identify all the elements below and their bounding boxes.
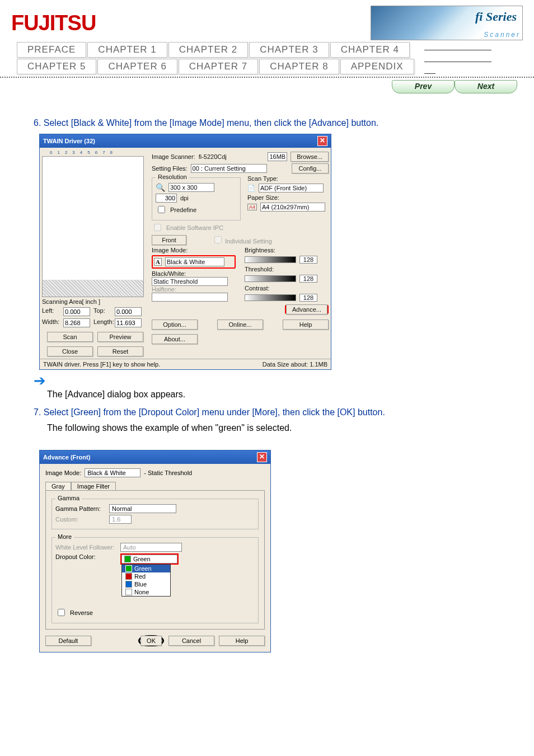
- help-button[interactable]: Help: [283, 320, 329, 330]
- image-scanner-value: fi-5220Cdj: [199, 153, 227, 160]
- ok-button[interactable]: OK: [140, 636, 162, 646]
- enable-ipc-label: Enable Software IPC: [166, 224, 223, 231]
- preview-button[interactable]: Preview: [97, 332, 143, 342]
- banner-subtitle: Scanner: [484, 31, 521, 39]
- option-button[interactable]: Option...: [152, 320, 198, 330]
- image-scanner-label: Image Scanner:: [152, 153, 195, 160]
- nav-chapter4[interactable]: CHAPTER 4: [330, 42, 410, 58]
- dpi-input[interactable]: [156, 194, 177, 203]
- advance-title: Advance (Front): [43, 454, 90, 461]
- gamma-group-title: Gamma: [55, 495, 82, 501]
- contrast-label: Contrast:: [245, 285, 270, 292]
- preview-area: [42, 156, 144, 297]
- brand-banner: fi Series Scanner: [371, 6, 523, 40]
- nav-chapter3[interactable]: CHAPTER 3: [249, 42, 329, 58]
- scan-button[interactable]: Scan: [47, 332, 93, 342]
- nav-appendix[interactable]: APPENDIX: [340, 59, 414, 74]
- individual-label: Individual Setting: [225, 238, 272, 245]
- dd-option-blue[interactable]: Blue: [122, 580, 170, 588]
- reset-button[interactable]: Reset: [97, 346, 143, 356]
- paper-size-label: Paper Size:: [247, 194, 279, 201]
- about-button[interactable]: About...: [152, 334, 198, 344]
- width-label: Width:: [42, 318, 60, 327]
- custom-value: 1.6: [109, 515, 132, 524]
- dd-option-red[interactable]: Red: [122, 572, 170, 580]
- threshold-label: Threshold:: [245, 266, 274, 273]
- step-7-subtext: The following shows the example of when …: [47, 423, 500, 433]
- dropout-dropdown: Green Red Blue None: [121, 564, 171, 597]
- dd-option-none[interactable]: None: [122, 588, 170, 596]
- scan-type-label: Scan Type:: [247, 175, 278, 182]
- data-size-value: 1.1MB: [310, 361, 327, 368]
- bw-label: Black/White:: [152, 270, 186, 277]
- left-input[interactable]: [63, 307, 90, 316]
- image-mode-select[interactable]: Black & White: [165, 257, 224, 266]
- tab-gray[interactable]: Gray: [45, 482, 71, 490]
- brightness-slider[interactable]: [245, 256, 296, 263]
- adv-image-mode-label: Image Mode:: [45, 469, 81, 476]
- online-button[interactable]: Online...: [217, 320, 263, 330]
- close-icon[interactable]: ✕: [257, 452, 267, 462]
- brightness-value[interactable]: 128: [299, 256, 317, 264]
- config-button[interactable]: Config...: [292, 163, 329, 173]
- nav-chapter8[interactable]: CHAPTER 8: [259, 59, 339, 74]
- halftone-label: Halftone:: [152, 286, 176, 293]
- advance-button[interactable]: Advance...: [286, 304, 327, 314]
- predefine-label: Predefine: [170, 206, 196, 213]
- nav-chapter5[interactable]: CHAPTER 5: [17, 59, 96, 74]
- paper-size-select[interactable]: A4 (210x297mm): [260, 203, 325, 212]
- step-6-text: 6. Select [Black & White] from the [Imag…: [34, 118, 500, 128]
- nav-chapter1[interactable]: CHAPTER 1: [87, 42, 167, 58]
- nav-preface[interactable]: PREFACE: [17, 42, 86, 58]
- enable-ipc-checkbox: [154, 224, 161, 231]
- contrast-value[interactable]: 128: [299, 294, 317, 302]
- fujitsu-logo: FUJITSU: [11, 11, 96, 35]
- toc-link-1[interactable]: [424, 42, 491, 50]
- data-size-label: Data Size about:: [263, 361, 308, 368]
- twain-title: TWAIN Driver (32): [43, 138, 95, 144]
- toc-sidebar: [424, 42, 491, 74]
- dropout-label: Dropout Color:: [55, 553, 117, 560]
- width-input[interactable]: [63, 318, 90, 327]
- reverse-label: Reverse: [70, 609, 93, 616]
- close-button[interactable]: Close: [47, 346, 93, 356]
- contrast-slider[interactable]: [245, 294, 296, 301]
- gamma-pattern-select[interactable]: Normal: [109, 504, 176, 513]
- memory-display: 16MB: [268, 152, 287, 161]
- step-7-text: 7. Select [Green] from the [Dropout Colo…: [34, 407, 500, 417]
- dd-option-green[interactable]: Green: [122, 565, 170, 572]
- tab-image-filter[interactable]: Image Filter: [71, 482, 116, 490]
- dropout-select[interactable]: Green: [121, 555, 177, 564]
- cancel-button[interactable]: Cancel: [168, 636, 214, 646]
- dpi-label: dpi: [180, 195, 189, 201]
- threshold-slider[interactable]: [245, 275, 296, 282]
- next-button[interactable]: Next: [455, 80, 517, 93]
- threshold-value[interactable]: 128: [299, 275, 317, 283]
- prev-button[interactable]: Prev: [392, 80, 455, 93]
- nav-chapter2[interactable]: CHAPTER 2: [168, 42, 248, 58]
- browse-button[interactable]: Browse...: [291, 152, 329, 162]
- separator: [0, 77, 534, 78]
- nav-chapter7[interactable]: CHAPTER 7: [179, 59, 258, 74]
- nav-chapter6[interactable]: CHAPTER 6: [97, 59, 177, 74]
- advance-dialog-screenshot: Advance (Front) ✕ Image Mode: Black & Wh…: [39, 450, 271, 652]
- custom-label: Custom:: [55, 516, 106, 523]
- scan-type-select[interactable]: ADF (Front Side): [259, 184, 324, 192]
- resolution-select[interactable]: 300 x 300: [168, 183, 214, 192]
- toc-link-3[interactable]: [424, 65, 435, 74]
- top-input[interactable]: [115, 307, 142, 316]
- more-group-title: More: [55, 533, 74, 540]
- bw-select[interactable]: Static Threshold: [152, 277, 228, 286]
- setting-files-label: Setting Files:: [152, 165, 188, 172]
- close-icon[interactable]: ✕: [317, 136, 327, 146]
- length-input[interactable]: [115, 318, 142, 327]
- setting-files-select[interactable]: 00 : Current Setting: [191, 164, 267, 173]
- default-button[interactable]: Default: [45, 636, 91, 646]
- reverse-checkbox[interactable]: [58, 609, 65, 616]
- step-6-subtext: The [Advance] dialog box appears.: [47, 389, 500, 400]
- front-tab[interactable]: Front: [152, 235, 186, 245]
- adv-image-mode-select[interactable]: Black & White: [85, 468, 140, 477]
- adv-help-button[interactable]: Help: [219, 636, 265, 646]
- predefine-checkbox[interactable]: [158, 206, 165, 213]
- toc-link-2[interactable]: [424, 54, 491, 62]
